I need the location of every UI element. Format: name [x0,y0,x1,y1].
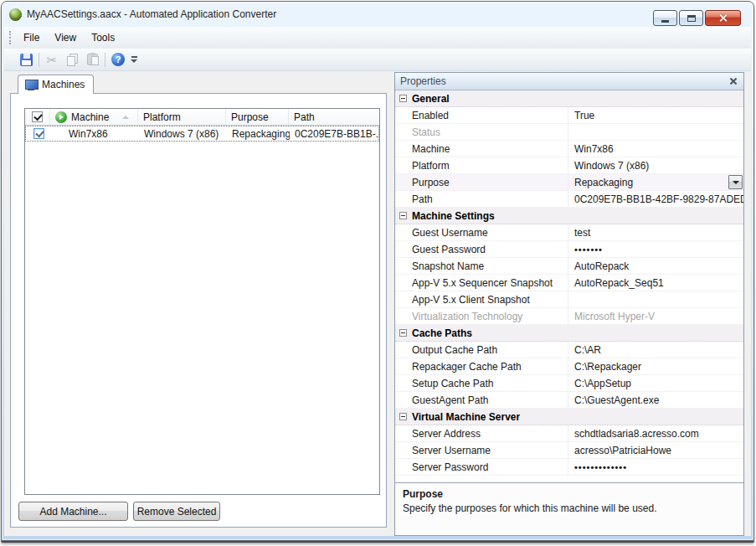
toolbar-separator [39,53,39,67]
property-label: App-V 5.x Client Snapshot [395,291,568,307]
cut-button[interactable]: ✂ [42,50,62,69]
menu-grip [9,31,13,44]
property-value: AutoRepack [568,258,743,274]
collapse-icon[interactable] [399,413,407,420]
column-header-purpose[interactable]: Purpose [226,109,289,125]
copy-button[interactable] [62,50,82,69]
toolbar-overflow-button[interactable] [129,51,139,68]
minimize-button[interactable] [653,10,677,26]
property-label: Status [395,124,568,140]
category-row-cache-paths[interactable]: Cache Paths [395,325,743,342]
category-row-virtual-machine-server[interactable]: Virtual Machine Server [395,409,743,425]
property-label: Server Username [395,442,568,458]
menu-bar: FileViewTools [4,27,751,49]
minimize-icon [661,20,669,23]
collapse-icon[interactable] [399,329,407,337]
row-checkbox[interactable] [33,128,44,139]
collapse-icon[interactable] [399,95,407,102]
tab-machines[interactable]: Machines [18,75,94,94]
property-row-snapshot-name[interactable]: Snapshot NameAutoRepack [395,258,743,275]
table-body: Win7x86Windows 7 (x86)Repackaging0C209E7… [25,126,379,142]
menu-item-file[interactable]: File [16,27,47,49]
select-all-checkbox[interactable] [32,111,43,122]
property-label: GuestAgent Path [395,392,568,408]
remove-selected-button[interactable]: Remove Selected [133,502,220,521]
property-value: acresso\PatriciaHowe [568,442,743,458]
category-row-general[interactable]: General [395,90,743,107]
column-label: Platform [143,111,181,123]
toolbar-separator [105,53,105,67]
close-button[interactable] [705,10,741,26]
property-row-purpose[interactable]: PurposeRepackaging [395,174,743,191]
category-label: Machine Settings [395,208,495,224]
computer-icon [25,80,38,90]
app-icon [9,8,22,21]
property-row-guest-username[interactable]: Guest Usernametest [395,224,743,241]
app-window: MyAACSettings.aacx - Automated Applicati… [1,1,754,541]
property-row-setup-cache-path[interactable]: Setup Cache PathC:\AppSetup [395,375,743,392]
property-value: True [568,107,743,123]
add-machine-button[interactable]: Add Machine... [18,502,128,521]
maximize-icon [687,15,696,22]
window-title: MyAACSettings.aacx - Automated Applicati… [27,8,276,20]
toolbar: ✂ ? [4,49,751,71]
property-label: Guest Username [395,224,568,240]
tab-strip: Machines [10,75,94,94]
property-label: Server Address [395,425,568,441]
column-header-machine[interactable]: Machine [50,109,138,125]
property-value: AutoRepack_Seq51 [568,275,743,291]
property-value: 0C209E7B-BB1B-42BF-9829-87ADED2E8 [568,191,743,207]
column-header-path[interactable]: Path [289,109,379,125]
maximize-button[interactable] [679,10,703,26]
property-label: Platform [395,157,568,173]
category-row-machine-settings[interactable]: Machine Settings [395,208,743,224]
property-row-platform[interactable]: PlatformWindows 7 (x86) [395,157,743,174]
property-value: ••••••••••••• [568,459,743,475]
property-value: C:\GuestAgent.exe [568,392,743,408]
property-row-status[interactable]: Status [395,124,743,141]
header-checkbox-cell [25,109,50,125]
property-value: C:\AppSetup [568,375,743,391]
menu-item-view[interactable]: View [47,27,84,49]
property-value: schdtladsaria8.acresso.com [568,425,743,441]
property-row-machine[interactable]: MachineWin7x86 [395,141,743,157]
tab-label: Machines [42,79,85,90]
title-bar[interactable]: MyAACSettings.aacx - Automated Applicati… [2,2,753,27]
collapse-icon[interactable] [399,212,407,219]
property-row-server-password[interactable]: Server Password••••••••••••• [395,459,743,476]
menu-item-tools[interactable]: Tools [84,27,122,49]
machines-list: MachinePlatformPurposePath Win7x86Window… [24,108,380,495]
help-button[interactable]: ? [108,50,128,69]
property-label: Snapshot Name [395,258,568,274]
property-row-repackager-cache-path[interactable]: Repackager Cache PathC:\Repackager [395,358,743,375]
property-row-enabled[interactable]: EnabledTrue [395,107,743,124]
property-row-output-cache-path[interactable]: Output Cache PathC:\AR [395,342,743,358]
dropdown-button[interactable] [728,175,743,189]
property-row-virtualization-technology[interactable]: Virtualization TechnologyMicrosoft Hyper… [395,308,743,325]
table-row[interactable]: Win7x86Windows 7 (x86)Repackaging0C209E7… [25,126,379,142]
property-value [568,124,743,140]
property-row-app-v-5-x-client-snapshot[interactable]: App-V 5.x Client Snapshot [395,291,743,308]
floppy-disk-icon [20,54,33,66]
row-checkbox-cell [26,126,51,141]
property-row-path[interactable]: Path0C209E7B-BB1B-42BF-9829-87ADED2E8 [395,191,743,208]
paste-icon [87,54,98,65]
property-value: C:\Repackager [568,358,743,374]
save-button[interactable] [16,50,36,69]
cell-platform: Windows 7 (x86) [139,126,227,141]
property-label: Enabled [395,107,568,123]
property-label: Path [395,191,568,207]
property-label: Output Cache Path [395,342,568,358]
cell-purpose: Repackaging [227,126,290,141]
property-row-app-v-5-x-sequencer-snapshot[interactable]: App-V 5.x Sequencer SnapshotAutoRepack_S… [395,275,743,291]
property-row-server-address[interactable]: Server Addressschdtladsaria8.acresso.com [395,425,743,442]
panel-close-icon[interactable] [728,76,738,86]
column-header-platform[interactable]: Platform [138,109,226,125]
sort-ascending-icon [122,116,129,119]
properties-panel: Properties GeneralEnabledTrueStatusMachi… [394,72,744,536]
property-row-guest-password[interactable]: Guest Password••••••• [395,241,743,258]
property-row-server-username[interactable]: Server Usernameacresso\PatriciaHowe [395,442,743,459]
property-value[interactable]: Repackaging [568,174,743,190]
property-row-guestagent-path[interactable]: GuestAgent PathC:\GuestAgent.exe [395,392,743,409]
paste-button[interactable] [82,50,102,69]
